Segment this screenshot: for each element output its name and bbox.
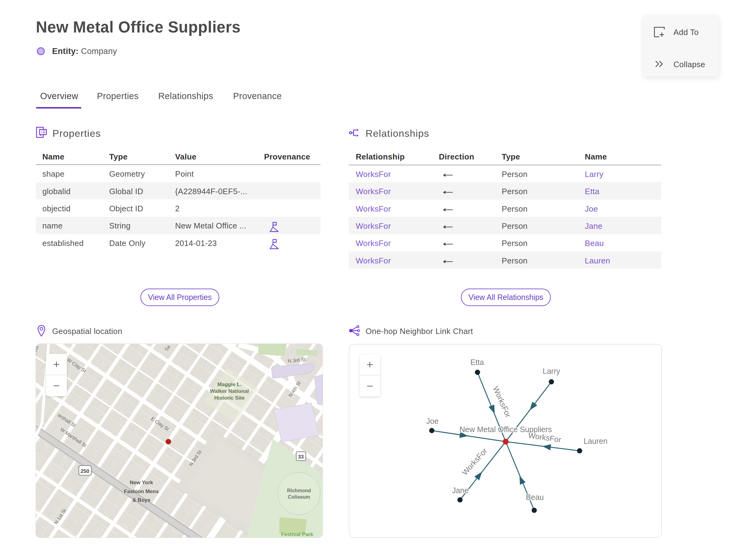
svg-text:New York: New York xyxy=(130,480,153,485)
svg-text:33: 33 xyxy=(298,454,304,460)
svg-text:Etta: Etta xyxy=(470,358,484,366)
svg-text:Lauren: Lauren xyxy=(584,437,608,445)
svg-text:Joe: Joe xyxy=(426,417,439,425)
svg-text:Maggie L.: Maggie L. xyxy=(217,382,241,387)
svg-text:WorksFor: WorksFor xyxy=(460,447,489,477)
svg-text:Walker National: Walker National xyxy=(210,388,249,394)
svg-text:Beau: Beau xyxy=(526,493,544,501)
svg-text:Festival Park: Festival Park xyxy=(281,531,313,537)
svg-text:Fashion Mens: Fashion Mens xyxy=(124,489,159,494)
svg-text:& Boys: & Boys xyxy=(132,497,151,503)
svg-text:Jane: Jane xyxy=(452,486,469,495)
svg-text:Coliseum: Coliseum xyxy=(288,494,310,500)
svg-text:Larry: Larry xyxy=(543,367,560,375)
svg-text:Historic Site: Historic Site xyxy=(214,395,244,401)
svg-text:Richmond: Richmond xyxy=(287,488,311,493)
svg-text:WorksFor: WorksFor xyxy=(528,431,562,444)
svg-text:250: 250 xyxy=(81,468,89,474)
